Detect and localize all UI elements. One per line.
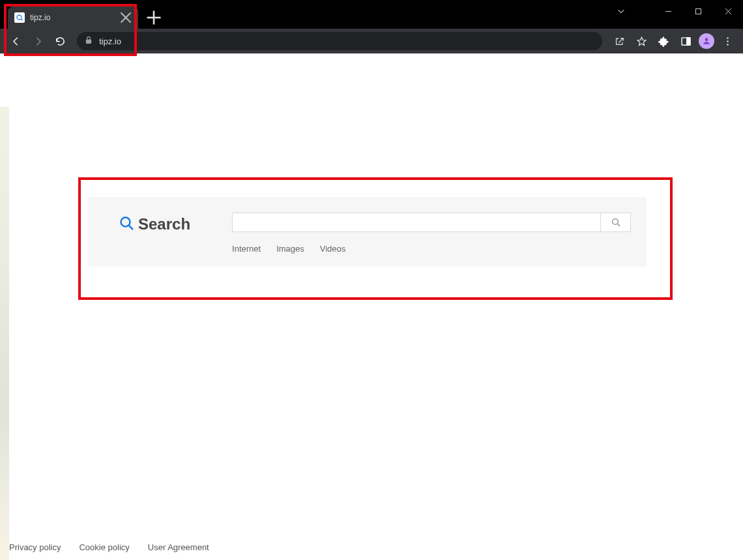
- side-panel-icon[interactable]: [677, 32, 695, 50]
- close-window-button[interactable]: [713, 1, 743, 21]
- address-bar[interactable]: tipz.io: [77, 32, 602, 50]
- svg-marker-11: [637, 37, 646, 45]
- tab-bar: tipz.io: [0, 0, 743, 29]
- window-controls: [653, 0, 743, 22]
- page-content: Search Internet Images Videos Privacy po…: [0, 53, 743, 560]
- share-icon[interactable]: [610, 32, 628, 50]
- search-logo-text: Search: [138, 215, 190, 233]
- profile-avatar[interactable]: [699, 33, 714, 49]
- search-logo-icon: [119, 215, 134, 233]
- browser-tab[interactable]: tipz.io: [8, 7, 138, 29]
- search-logo: Search: [119, 215, 190, 233]
- lock-icon: [85, 36, 93, 46]
- svg-line-22: [617, 224, 620, 226]
- svg-point-0: [17, 15, 22, 20]
- toolbar-right: [610, 32, 736, 50]
- privacy-policy-link[interactable]: Privacy policy: [9, 542, 61, 552]
- minimize-button[interactable]: [653, 1, 683, 21]
- address-url: tipz.io: [99, 37, 121, 46]
- search-category-tabs: Internet Images Videos: [232, 244, 631, 254]
- search-panel: Search Internet Images Videos: [87, 197, 647, 267]
- search-tab-internet[interactable]: Internet: [232, 244, 261, 254]
- svg-point-18: [727, 44, 729, 46]
- search-tab-images[interactable]: Images: [276, 244, 304, 254]
- tab-favicon-icon: [14, 12, 25, 23]
- svg-line-20: [129, 226, 133, 229]
- back-button[interactable]: [7, 32, 25, 50]
- menu-button[interactable]: [718, 32, 736, 50]
- svg-rect-7: [695, 8, 701, 14]
- search-submit-button[interactable]: [600, 213, 630, 231]
- maximize-button[interactable]: [683, 1, 713, 21]
- decorative-strip: [0, 107, 9, 560]
- svg-point-19: [121, 218, 130, 227]
- svg-rect-10: [86, 40, 91, 44]
- svg-point-15: [705, 38, 708, 41]
- svg-point-17: [727, 40, 729, 42]
- reload-button[interactable]: [51, 32, 69, 50]
- cookie-policy-link[interactable]: Cookie policy: [79, 542, 129, 552]
- tab-list-dropdown[interactable]: [617, 7, 626, 18]
- svg-line-1: [21, 19, 23, 21]
- search-box: [232, 213, 631, 232]
- svg-point-21: [612, 219, 618, 225]
- svg-point-16: [727, 37, 729, 39]
- svg-rect-14: [686, 37, 690, 44]
- search-tab-videos[interactable]: Videos: [320, 244, 346, 254]
- bookmark-star-icon[interactable]: [632, 32, 650, 50]
- browser-window: tipz.io: [0, 0, 743, 560]
- footer-links: Privacy policy Cookie policy User Agreem…: [9, 542, 209, 552]
- browser-toolbar: tipz.io: [0, 29, 743, 53]
- extensions-icon[interactable]: [654, 32, 673, 50]
- search-input[interactable]: [233, 213, 600, 231]
- forward-button[interactable]: [29, 32, 47, 50]
- user-agreement-link[interactable]: User Agreement: [148, 542, 209, 552]
- close-tab-button[interactable]: [120, 12, 132, 23]
- new-tab-button[interactable]: [145, 8, 163, 27]
- tab-title: tipz.io: [30, 13, 50, 22]
